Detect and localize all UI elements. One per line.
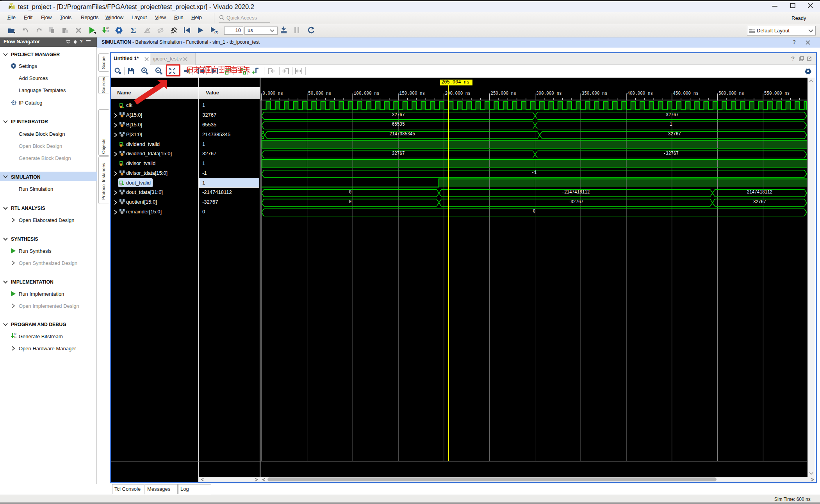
svg-text:32767: 32767 [753, 199, 766, 205]
svg-text:(T): (T) [214, 30, 219, 34]
svg-text:-32767: -32767 [665, 131, 681, 137]
svg-text:500.000 ns: 500.000 ns [718, 91, 744, 96]
svg-text:01: 01 [14, 333, 16, 336]
svg-text:2147385345: 2147385345 [389, 131, 415, 137]
svg-text:150.000 ns: 150.000 ns [399, 91, 425, 96]
svg-text:2147418112: 2147418112 [747, 189, 773, 195]
svg-text:300.000 ns: 300.000 ns [536, 91, 562, 96]
svg-text:50.000 ns: 50.000 ns [308, 91, 331, 96]
svg-text:-1: -1 [531, 170, 537, 176]
svg-text:-32767: -32767 [663, 151, 679, 156]
svg-text:0.000 ns: 0.000 ns [262, 91, 283, 96]
svg-text:0: 0 [533, 208, 536, 214]
svg-text:250.000 ns: 250.000 ns [490, 91, 516, 96]
svg-text:65535: 65535 [392, 121, 405, 127]
svg-text:-2147418112: -2147418112 [562, 189, 590, 195]
svg-text:-32767: -32767 [568, 199, 583, 205]
svg-text:10: 10 [14, 336, 16, 339]
svg-text:32767: 32767 [392, 112, 405, 118]
svg-text:0: 0 [349, 189, 352, 195]
svg-text:10: 10 [106, 30, 109, 33]
svg-text:450.000 ns: 450.000 ns [673, 91, 699, 96]
svg-text:-32767: -32767 [663, 112, 679, 118]
svg-text:1: 1 [670, 121, 672, 127]
svg-text:550.000 ns: 550.000 ns [764, 91, 790, 96]
svg-text:32767: 32767 [392, 151, 405, 156]
svg-text:350.000 ns: 350.000 ns [582, 91, 608, 96]
svg-text:0: 0 [349, 199, 352, 205]
svg-text:100.000 ns: 100.000 ns [354, 91, 380, 96]
svg-text:400.000 ns: 400.000 ns [627, 91, 653, 96]
